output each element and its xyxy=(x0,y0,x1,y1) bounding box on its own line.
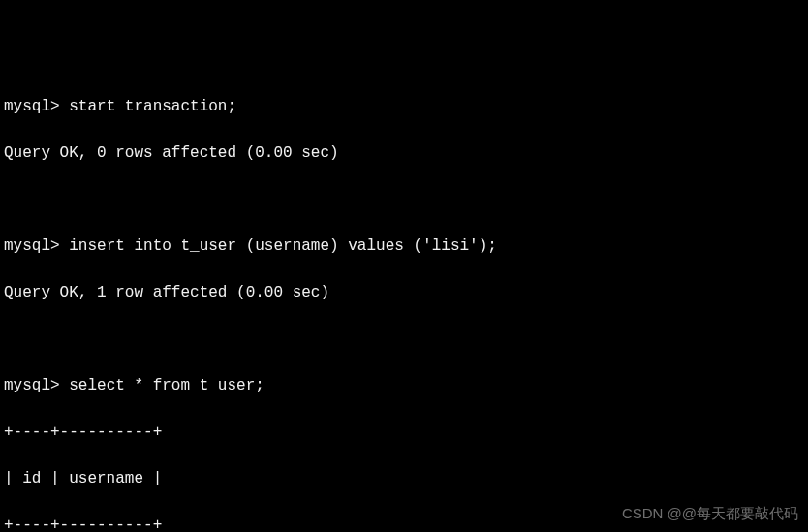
blank-line xyxy=(4,328,804,351)
command-insert: insert into t_user (username) values ('l… xyxy=(69,237,497,255)
response-ok-2: Query OK, 1 row affected (0.00 sec) xyxy=(4,281,804,304)
prompt-line-3: mysql> select * from t_user; xyxy=(4,374,804,397)
mysql-prompt: mysql> xyxy=(4,237,60,255)
table-border: +----+----------+ xyxy=(4,421,804,444)
watermark-text: CSDN @@每天都要敲代码 xyxy=(622,503,798,525)
prompt-line-2: mysql> insert into t_user (username) val… xyxy=(4,235,804,258)
response-ok-1: Query OK, 0 rows affected (0.00 sec) xyxy=(4,141,804,165)
prompt-line-1: mysql> start transaction; xyxy=(4,95,804,118)
command-select: select * from t_user; xyxy=(69,377,264,394)
blank-line xyxy=(4,188,804,211)
command-start-transaction: start transaction; xyxy=(69,98,236,115)
mysql-prompt: mysql> xyxy=(4,98,60,115)
table-header: | id | username | xyxy=(4,467,804,490)
mysql-prompt: mysql> xyxy=(4,377,60,394)
